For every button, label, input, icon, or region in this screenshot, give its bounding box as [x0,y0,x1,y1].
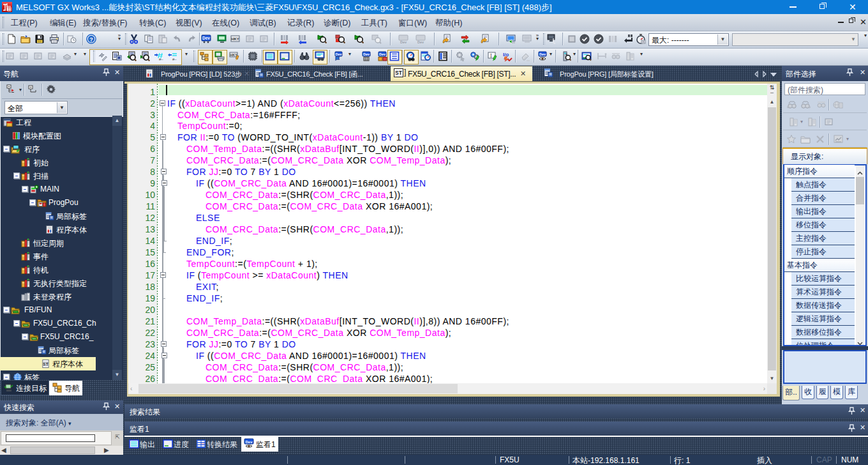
svg-text:#–: #– [172,57,177,61]
svg-text:Dev: Dev [417,40,424,44]
svg-text:I: I [490,53,492,59]
svg-text:#–: #– [159,57,163,61]
svg-text:?: ? [89,36,93,43]
svg-text:Dev: Dev [363,52,370,56]
svg-text:Dev: Dev [539,52,546,56]
svg-text:HKY: HKY [231,37,239,41]
svg-text:ST: ST [43,362,49,366]
svg-text:Dev: Dev [245,440,253,444]
svg-text:Dev: Dev [335,52,342,56]
svg-text:Dev: Dev [379,52,386,56]
svg-text:HKY: HKY [230,53,237,57]
svg-text:Dev: Dev [400,40,407,44]
svg-text:Dev: Dev [202,36,210,40]
